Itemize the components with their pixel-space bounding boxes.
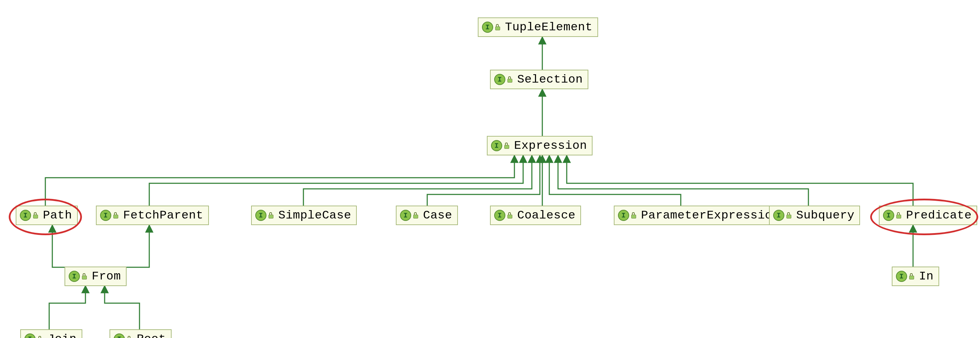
node-label: In (919, 270, 934, 283)
interface-icon: I (20, 210, 31, 221)
node-label: Selection (517, 73, 583, 86)
interface-badges: I (400, 210, 418, 221)
node-simplecase[interactable]: I SimpleCase (251, 206, 357, 225)
node-path[interactable]: I Path (16, 206, 78, 225)
interface-badges: I (114, 333, 132, 338)
lock-icon (896, 212, 901, 219)
interface-badges: I (482, 22, 500, 33)
node-label: Join (48, 332, 77, 338)
interface-icon: I (494, 210, 505, 221)
node-label: Path (43, 209, 72, 222)
node-subquery[interactable]: I Subquery (769, 206, 860, 225)
interface-badges: I (883, 210, 901, 221)
lock-icon (33, 212, 38, 219)
interface-icon: I (494, 74, 505, 85)
interface-icon: I (482, 22, 493, 33)
interface-badges: I (24, 333, 43, 338)
node-label: FetchParent (123, 209, 203, 222)
interface-badges: I (491, 140, 509, 151)
interface-badges: I (494, 210, 512, 221)
interface-icon: I (114, 333, 125, 338)
node-label: Coalesce (517, 209, 576, 222)
node-label: ParameterExpression (641, 209, 780, 222)
interface-icon: I (491, 140, 502, 151)
node-label: Root (137, 332, 166, 338)
node-label: Case (423, 209, 452, 222)
lock-icon (269, 212, 274, 219)
node-in[interactable]: I In (892, 267, 939, 286)
interface-badges: I (494, 74, 512, 85)
node-parameterexpression[interactable]: I ParameterExpression (614, 206, 785, 225)
interface-icon: I (400, 210, 411, 221)
node-label: From (92, 270, 121, 283)
node-label: Subquery (796, 209, 854, 222)
lock-icon (413, 212, 418, 219)
interface-icon: I (24, 333, 36, 338)
node-root[interactable]: I Root (110, 329, 172, 338)
node-coalesce[interactable]: I Coalesce (490, 206, 581, 225)
interface-icon: I (69, 271, 80, 282)
interface-badges: I (618, 210, 636, 221)
interface-icon: I (255, 210, 266, 221)
interface-badges: I (69, 271, 87, 282)
lock-icon (113, 212, 118, 219)
lock-icon (504, 143, 509, 149)
lock-icon (631, 212, 636, 219)
interface-badges: I (773, 210, 791, 221)
lock-icon (909, 273, 914, 279)
lock-icon (127, 336, 132, 338)
edges-layer (0, 0, 980, 338)
node-case[interactable]: I Case (396, 206, 458, 225)
interface-badges: I (896, 271, 914, 282)
node-label: Predicate (906, 209, 972, 222)
node-from[interactable]: I From (65, 267, 127, 286)
interface-icon: I (100, 210, 111, 221)
lock-icon (508, 76, 512, 83)
node-predicate[interactable]: I Predicate (879, 206, 977, 225)
interface-badges: I (255, 210, 274, 221)
interface-icon: I (896, 271, 907, 282)
lock-icon (38, 336, 43, 338)
interface-badges: I (100, 210, 118, 221)
diagram-canvas: I TupleElement I Selection I Expression … (0, 0, 980, 338)
lock-icon (495, 24, 500, 30)
node-label: Expression (514, 139, 587, 152)
node-selection[interactable]: I Selection (490, 70, 589, 89)
node-tupleelement[interactable]: I TupleElement (478, 17, 598, 37)
node-label: TupleElement (505, 21, 593, 34)
lock-icon (786, 212, 791, 219)
lock-icon (508, 212, 512, 219)
node-label: SimpleCase (278, 209, 351, 222)
interface-icon: I (618, 210, 629, 221)
lock-icon (82, 273, 87, 279)
interface-icon: I (773, 210, 784, 221)
node-expression[interactable]: I Expression (487, 136, 593, 156)
node-fetchparent[interactable]: I FetchParent (96, 206, 209, 225)
interface-icon: I (883, 210, 894, 221)
interface-badges: I (20, 210, 38, 221)
node-join[interactable]: I Join (20, 329, 82, 338)
